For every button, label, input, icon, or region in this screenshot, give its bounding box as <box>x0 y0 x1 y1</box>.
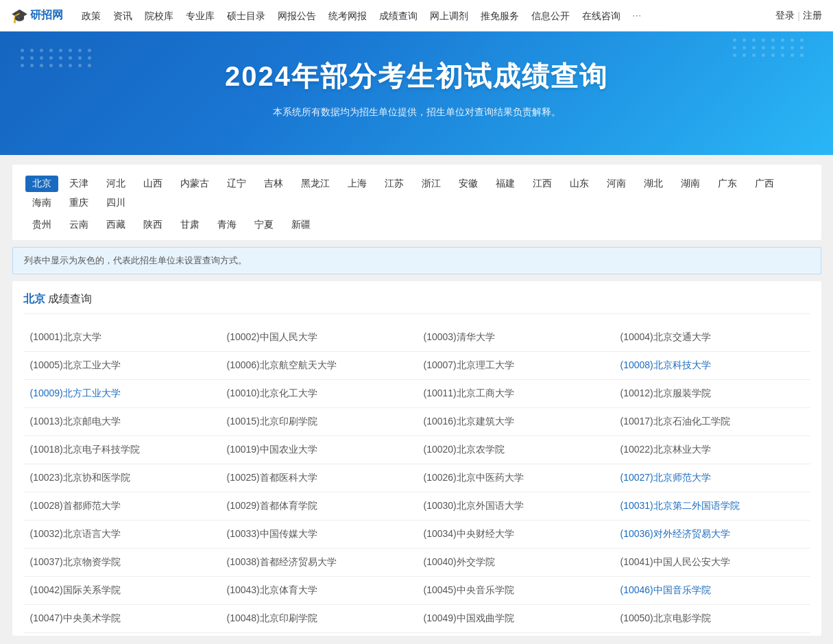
info-box: 列表中显示为灰色的，代表此招生单位未设置查询方式。 <box>12 247 821 274</box>
region-item-陕西[interactable]: 陕西 <box>136 217 169 233</box>
uni-cell[interactable]: (10027)北京师范大学 <box>614 464 810 492</box>
uni-link[interactable]: (10036)对外经济贸易大学 <box>620 528 730 539</box>
uni-cell: (10016)北京建筑大学 <box>417 408 614 436</box>
region-item-江西[interactable]: 江西 <box>526 176 559 192</box>
nav-item-news[interactable]: 资讯 <box>107 0 138 32</box>
nav-register-button[interactable]: 注册 <box>803 10 822 22</box>
table-row: (10042)国际关系学院(10043)北京体育大学(10045)中央音乐学院(… <box>23 577 810 605</box>
uni-cell: (10022)北京林业大学 <box>614 436 810 464</box>
region-item-重庆[interactable]: 重庆 <box>62 195 95 211</box>
university-table: (10001)北京大学(10002)中国人民大学(10003)清华大学(1000… <box>23 324 810 633</box>
nav-item-adjust[interactable]: 网上调剂 <box>424 0 474 32</box>
region-item-吉林[interactable]: 吉林 <box>257 176 290 192</box>
uni-cell: (10023)北京协和医学院 <box>23 464 220 492</box>
region-item-湖北[interactable]: 湖北 <box>637 176 670 192</box>
uni-cell: (10037)北京物资学院 <box>23 549 220 577</box>
uni-cell: (10013)北京邮电大学 <box>23 408 220 436</box>
region-row-2: 贵州云南西藏陕西甘肃青海宁夏新疆 <box>23 215 810 235</box>
region-item-广西[interactable]: 广西 <box>748 176 781 192</box>
uni-cell: (10043)北京体育大学 <box>220 577 417 605</box>
uni-cell: (10040)外交学院 <box>417 549 614 577</box>
region-item-云南[interactable]: 云南 <box>62 217 95 233</box>
uni-cell: (10049)中国戏曲学院 <box>417 605 614 633</box>
uni-link[interactable]: (10008)北京科技大学 <box>620 359 711 370</box>
region-item-四川[interactable]: 四川 <box>99 195 132 211</box>
uni-cell: (10002)中国人民大学 <box>220 324 417 352</box>
hero-section: 2024年部分考生初试成绩查询 本系统所有数据均为招生单位提供，招生单位对查询结… <box>0 32 833 155</box>
region-item-山东[interactable]: 山东 <box>563 176 596 192</box>
uni-cell: (10045)中央音乐学院 <box>417 577 614 605</box>
table-row: (10023)北京协和医学院(10025)首都医科大学(10026)北京中医药大… <box>23 464 810 492</box>
uni-cell: (10012)北京服装学院 <box>614 380 810 408</box>
university-section: 北京 成绩查询 (10001)北京大学(10002)中国人民大学(10003)清… <box>12 281 821 636</box>
uni-cell[interactable]: (10008)北京科技大学 <box>614 352 810 380</box>
nav-item-policy[interactable]: 政策 <box>75 0 107 32</box>
region-item-山西[interactable]: 山西 <box>136 176 169 192</box>
nav-item-exempt[interactable]: 推免服务 <box>474 0 525 32</box>
uni-link[interactable]: (10031)北京第二外国语学院 <box>620 500 740 511</box>
nav-more-icon[interactable]: ··· <box>627 10 647 22</box>
region-item-北京[interactable]: 北京 <box>25 176 58 192</box>
nav-item-enroll[interactable]: 统考网报 <box>322 0 373 32</box>
region-item-新疆[interactable]: 新疆 <box>285 217 317 233</box>
region-item-河北[interactable]: 河北 <box>99 176 132 192</box>
uni-cell: (10032)北京语言大学 <box>23 521 220 549</box>
region-item-湖南[interactable]: 湖南 <box>674 176 707 192</box>
uni-cell: (10004)北京交通大学 <box>614 324 810 352</box>
uni-cell: (10047)中央美术学院 <box>23 605 220 633</box>
uni-cell[interactable]: (10009)北方工业大学 <box>23 380 220 408</box>
uni-cell: (10020)北京农学院 <box>417 436 614 464</box>
table-row: (10037)北京物资学院(10038)首都经济贸易大学(10040)外交学院(… <box>23 549 810 577</box>
region-item-浙江[interactable]: 浙江 <box>415 176 448 192</box>
region-item-宁夏[interactable]: 宁夏 <box>248 217 280 233</box>
region-item-内蒙古[interactable]: 内蒙古 <box>173 176 216 192</box>
uni-link[interactable]: (10046)中国音乐学院 <box>620 584 711 595</box>
nav-sep: | <box>797 10 800 21</box>
logo-text: 研招网 <box>30 8 63 23</box>
region-item-河南[interactable]: 河南 <box>600 176 633 192</box>
nav-item-majors[interactable]: 专业库 <box>180 0 221 32</box>
uni-cell[interactable]: (10036)对外经济贸易大学 <box>614 521 810 549</box>
uni-cell[interactable]: (10031)北京第二外国语学院 <box>614 492 810 521</box>
region-item-广东[interactable]: 广东 <box>711 176 744 192</box>
nav-item-info[interactable]: 信息公开 <box>525 0 576 32</box>
nav-items: 政策 资讯 院校库 专业库 硕士目录 网报公告 统考网报 成绩查询 网上调剂 推… <box>75 0 775 32</box>
uni-cell: (10017)北京石油化工学院 <box>614 408 810 436</box>
region-item-上海[interactable]: 上海 <box>341 176 374 192</box>
region-item-江苏[interactable]: 江苏 <box>378 176 411 192</box>
region-item-福建[interactable]: 福建 <box>489 176 522 192</box>
hero-title: 2024年部分考生初试成绩查询 <box>14 58 819 95</box>
uni-cell: (10033)中国传媒大学 <box>220 521 417 549</box>
uni-link[interactable]: (10027)北京师范大学 <box>620 472 711 483</box>
section-title: 北京 成绩查询 <box>23 292 810 314</box>
uni-cell: (10038)首都经济贸易大学 <box>220 549 417 577</box>
region-item-甘肃[interactable]: 甘肃 <box>173 217 206 233</box>
region-item-辽宁[interactable]: 辽宁 <box>220 176 253 192</box>
uni-cell[interactable]: (10046)中国音乐学院 <box>614 577 810 605</box>
nav-auth: 登录 | 注册 <box>775 10 822 22</box>
nav-item-catalog[interactable]: 硕士目录 <box>221 0 271 32</box>
nav-item-announce[interactable]: 网报公告 <box>271 0 322 32</box>
nav-item-schools[interactable]: 院校库 <box>138 0 180 32</box>
nav-login-button[interactable]: 登录 <box>775 10 795 22</box>
region-item-西藏[interactable]: 西藏 <box>99 217 132 233</box>
region-item-安徽[interactable]: 安徽 <box>452 176 485 192</box>
uni-cell: (10001)北京大学 <box>23 324 220 352</box>
uni-cell: (10007)北京理工大学 <box>417 352 614 380</box>
table-row: (10001)北京大学(10002)中国人民大学(10003)清华大学(1000… <box>23 324 810 352</box>
hero-dots-right <box>733 38 806 57</box>
region-item-黑龙江[interactable]: 黑龙江 <box>294 176 337 192</box>
nav-item-consult[interactable]: 在线咨询 <box>576 0 627 32</box>
nav-logo[interactable]: 🎓 研招网 <box>11 8 63 24</box>
nav-item-scores[interactable]: 成绩查询 <box>373 0 424 32</box>
table-row: (10009)北方工业大学(10010)北京化工大学(10011)北京工商大学(… <box>23 380 810 408</box>
uni-cell: (10034)中央财经大学 <box>417 521 614 549</box>
region-item-天津[interactable]: 天津 <box>62 176 95 192</box>
region-item-贵州[interactable]: 贵州 <box>25 217 58 233</box>
uni-cell: (10010)北京化工大学 <box>220 380 417 408</box>
table-row: (10013)北京邮电大学(10015)北京印刷学院(10016)北京建筑大学(… <box>23 408 810 436</box>
region-item-青海[interactable]: 青海 <box>210 217 243 233</box>
region-item-海南[interactable]: 海南 <box>25 195 58 211</box>
uni-cell: (10003)清华大学 <box>417 324 614 352</box>
uni-link[interactable]: (10009)北方工业大学 <box>30 387 121 398</box>
